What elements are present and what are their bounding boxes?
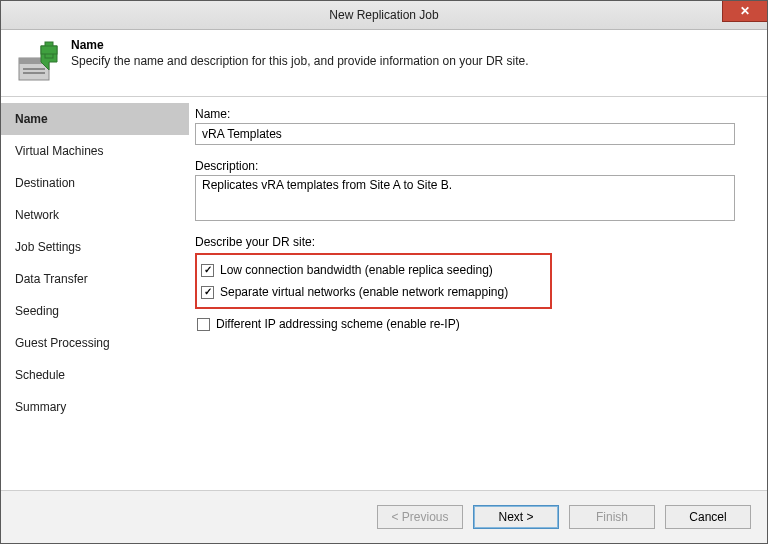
- sidebar-item-name[interactable]: Name: [1, 103, 189, 135]
- sidebar-item-label: Data Transfer: [15, 272, 88, 286]
- checkbox-different-ip[interactable]: [197, 318, 210, 331]
- checkbox-label: Low connection bandwidth (enable replica…: [220, 263, 493, 277]
- checkbox-separate-networks[interactable]: ✓: [201, 286, 214, 299]
- svg-rect-2: [23, 68, 45, 70]
- checkbox-row: ✓ Low connection bandwidth (enable repli…: [199, 259, 544, 281]
- checkbox-low-bandwidth[interactable]: ✓: [201, 264, 214, 277]
- sidebar-item-label: Name: [15, 112, 48, 126]
- job-description-input[interactable]: Replicates vRA templates from Site A to …: [195, 175, 735, 221]
- sidebar-item-label: Virtual Machines: [15, 144, 104, 158]
- wizard-window: New Replication Job ✕ Name Specify the n…: [0, 0, 768, 544]
- dr-site-label: Describe your DR site:: [195, 235, 751, 249]
- sidebar-item-schedule[interactable]: Schedule: [1, 359, 189, 391]
- checkbox-label: Separate virtual networks (enable networ…: [220, 285, 508, 299]
- sidebar-item-network[interactable]: Network: [1, 199, 189, 231]
- sidebar-item-job-settings[interactable]: Job Settings: [1, 231, 189, 263]
- description-label: Description:: [195, 159, 751, 173]
- cancel-button[interactable]: Cancel: [665, 505, 751, 529]
- checkbox-label: Different IP addressing scheme (enable r…: [216, 317, 460, 331]
- svg-rect-5: [41, 46, 57, 54]
- sidebar-item-summary[interactable]: Summary: [1, 391, 189, 423]
- wizard-header: Name Specify the name and description fo…: [1, 30, 767, 97]
- sidebar-item-label: Seeding: [15, 304, 59, 318]
- wizard-header-text: Name Specify the name and description fo…: [71, 38, 529, 68]
- sidebar-item-label: Network: [15, 208, 59, 222]
- sidebar-item-label: Schedule: [15, 368, 65, 382]
- job-name-input[interactable]: [195, 123, 735, 145]
- window-close-button[interactable]: ✕: [722, 1, 767, 22]
- sidebar-item-label: Job Settings: [15, 240, 81, 254]
- next-button[interactable]: Next >: [473, 505, 559, 529]
- sidebar-item-label: Destination: [15, 176, 75, 190]
- wizard-step-subtitle: Specify the name and description for thi…: [71, 54, 529, 68]
- wizard-step-title: Name: [71, 38, 529, 52]
- wizard-body: Name Virtual Machines Destination Networ…: [1, 97, 767, 490]
- wizard-main-panel: Name: Description: Replicates vRA templa…: [189, 97, 767, 490]
- annotation-highlight: ✓ Low connection bandwidth (enable repli…: [195, 253, 552, 309]
- sidebar-item-seeding[interactable]: Seeding: [1, 295, 189, 327]
- sidebar-item-virtual-machines[interactable]: Virtual Machines: [1, 135, 189, 167]
- checkbox-row: Different IP addressing scheme (enable r…: [195, 313, 751, 335]
- window-title: New Replication Job: [1, 8, 767, 22]
- sidebar-item-label: Summary: [15, 400, 66, 414]
- sidebar-item-label: Guest Processing: [15, 336, 110, 350]
- previous-button[interactable]: < Previous: [377, 505, 463, 529]
- wizard-footer: < Previous Next > Finish Cancel: [1, 490, 767, 543]
- name-label: Name:: [195, 107, 751, 121]
- finish-button[interactable]: Finish: [569, 505, 655, 529]
- replication-job-icon: [13, 40, 59, 86]
- svg-rect-3: [23, 72, 45, 74]
- close-icon: ✕: [740, 4, 750, 18]
- checkbox-row: ✓ Separate virtual networks (enable netw…: [199, 281, 544, 303]
- sidebar-item-destination[interactable]: Destination: [1, 167, 189, 199]
- dr-options: ✓ Low connection bandwidth (enable repli…: [195, 253, 751, 335]
- wizard-step-list: Name Virtual Machines Destination Networ…: [1, 97, 189, 490]
- sidebar-item-data-transfer[interactable]: Data Transfer: [1, 263, 189, 295]
- sidebar-item-guest-processing[interactable]: Guest Processing: [1, 327, 189, 359]
- titlebar: New Replication Job ✕: [1, 1, 767, 30]
